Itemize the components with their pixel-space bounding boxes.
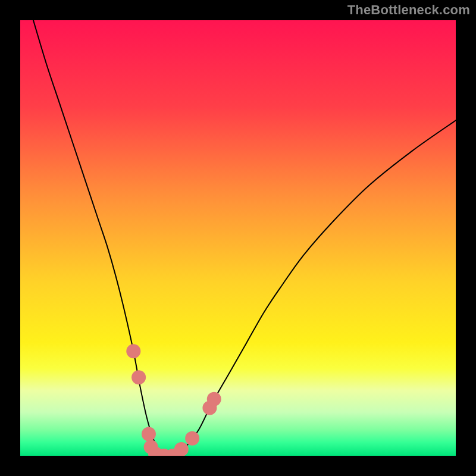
marker-point bbox=[185, 431, 199, 446]
marker-point bbox=[142, 427, 156, 441]
marker-layer bbox=[20, 20, 456, 456]
watermark-label: TheBottleneck.com bbox=[347, 2, 470, 18]
marker-point bbox=[131, 370, 146, 384]
plot-area bbox=[20, 20, 456, 456]
marker-point bbox=[174, 442, 189, 456]
marker-point bbox=[207, 392, 221, 406]
chart-frame: TheBottleneck.com bbox=[0, 0, 476, 476]
marker-point bbox=[126, 344, 140, 358]
